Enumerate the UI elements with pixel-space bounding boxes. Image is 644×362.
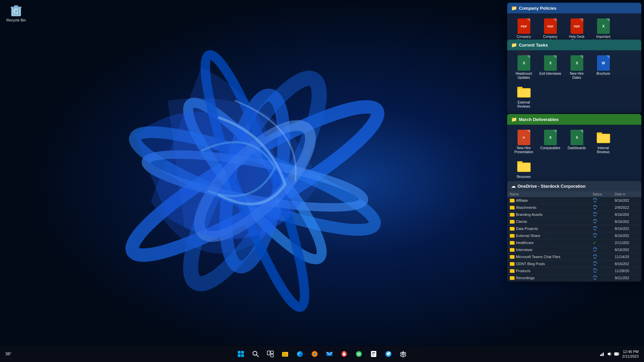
comparables-icon[interactable]: X Comparables bbox=[538, 128, 563, 156]
important-intranet-links-graphic: X bbox=[596, 18, 611, 34]
internal-reviews-icon[interactable]: Internal Reviews bbox=[591, 128, 616, 156]
company-policies-header: 📁 Company Policies bbox=[507, 3, 641, 13]
onedrive-folder-date: 2/11/202 bbox=[612, 239, 641, 246]
svg-rect-81 bbox=[372, 355, 374, 356]
onedrive-header: ☁ OneDrive - Stardock Corporation bbox=[507, 181, 641, 191]
new-hire-presentation-label: New Hire Presentation bbox=[513, 146, 535, 154]
onedrive-folder-name: Products bbox=[507, 267, 590, 275]
external-reviews-icon[interactable]: External Reviews bbox=[511, 82, 536, 110]
onedrive-table-row[interactable]: Microsoft Teams Chat Files11/14/20 bbox=[507, 253, 641, 260]
onedrive-folder-status bbox=[590, 267, 612, 275]
system-tray bbox=[599, 351, 620, 357]
svg-rect-58 bbox=[238, 354, 240, 357]
brochure-label: Brochure bbox=[596, 72, 610, 76]
headcount-updates-label: Headcount Updates bbox=[513, 72, 535, 80]
new-hire-presentation-icon[interactable]: P New Hire Presentation bbox=[511, 128, 536, 156]
svg-rect-80 bbox=[372, 354, 375, 354]
current-tasks-header: 📁 Current Tasks bbox=[507, 40, 641, 50]
onedrive-table-row[interactable]: Attachments2/9/2022 bbox=[507, 204, 641, 211]
edge-browser-button[interactable] bbox=[293, 347, 307, 361]
battery-icon bbox=[614, 351, 620, 357]
svg-text:X: X bbox=[549, 61, 551, 65]
svg-point-60 bbox=[253, 351, 257, 355]
onedrive-folder-status bbox=[590, 253, 612, 260]
onedrive-folder-date: 8/16/202 bbox=[612, 232, 641, 239]
search-button[interactable] bbox=[249, 347, 262, 361]
spotify-button[interactable] bbox=[352, 347, 366, 361]
onedrive-table-row[interactable]: Affiliate8/16/202 bbox=[507, 197, 641, 204]
mail-button[interactable] bbox=[323, 347, 336, 361]
onedrive-folder-date: 11/14/20 bbox=[612, 253, 641, 260]
exit-interviews-icon[interactable]: X Exit Interviews bbox=[538, 54, 563, 81]
company-policies-title: Company Policies bbox=[519, 6, 556, 11]
twitter-button[interactable] bbox=[382, 347, 395, 361]
onedrive-table-row[interactable]: External Share8/16/202 bbox=[507, 232, 641, 239]
onedrive-table-row[interactable]: Recordings9/21/202 bbox=[507, 275, 641, 282]
onedrive-folder-name: Recordings bbox=[507, 275, 590, 282]
svg-rect-75 bbox=[343, 353, 345, 356]
svg-rect-44 bbox=[518, 163, 530, 171]
network-icon bbox=[599, 351, 605, 357]
onedrive-table-row[interactable]: Data Projects8/16/202 bbox=[507, 225, 641, 232]
lastpass-button[interactable] bbox=[337, 347, 351, 361]
folder-icon: 📁 bbox=[511, 5, 517, 11]
onedrive-folder-date: 8/16/202 bbox=[612, 260, 641, 267]
svg-point-47 bbox=[593, 213, 597, 216]
notion-button[interactable] bbox=[367, 347, 380, 361]
onedrive-table-row[interactable]: Healthcare✓2/11/202 bbox=[507, 239, 641, 246]
onedrive-table-row[interactable]: Products11/28/20 bbox=[507, 267, 641, 275]
brochure-icon[interactable]: W Brochure bbox=[591, 54, 616, 81]
onedrive-col-name: Name bbox=[507, 191, 590, 197]
tasks-folder-icon: 📁 bbox=[511, 42, 517, 48]
onedrive-folder-status bbox=[590, 246, 612, 253]
svg-text:X: X bbox=[576, 136, 578, 139]
svg-point-72 bbox=[314, 353, 316, 355]
exit-interviews-label: Exit Interviews bbox=[539, 72, 561, 76]
onedrive-table-row[interactable]: Branding Assets8/16/202 bbox=[507, 211, 641, 218]
task-view-button[interactable] bbox=[264, 347, 277, 361]
onedrive-folder-status bbox=[590, 204, 612, 211]
onedrive-folder-name: Microsoft Teams Chat Files bbox=[507, 253, 590, 260]
onedrive-folder-name: Branding Assets bbox=[507, 211, 590, 218]
onedrive-folder-date: 2/9/2022 bbox=[612, 204, 641, 211]
resumes-icon[interactable]: Resumes bbox=[511, 157, 536, 180]
svg-point-54 bbox=[593, 269, 597, 272]
recycle-bin-icon[interactable]: Recycle Bin bbox=[3, 3, 30, 23]
recycle-bin-label: Recycle Bin bbox=[6, 18, 26, 22]
svg-rect-86 bbox=[603, 353, 604, 356]
svg-text:X: X bbox=[523, 61, 525, 65]
onedrive-folder-status bbox=[590, 275, 612, 282]
start-button[interactable] bbox=[234, 347, 248, 361]
company-calendar-graphic: PDF bbox=[517, 18, 531, 34]
headcount-updates-icon[interactable]: X Headcount Updates bbox=[511, 54, 536, 81]
onedrive-table-row[interactable]: ODNT Blog Posts8/16/202 bbox=[507, 260, 641, 267]
onedrive-folder-date: 9/21/202 bbox=[612, 275, 641, 282]
file-explorer-button[interactable] bbox=[278, 347, 292, 361]
onedrive-folder-name: Clients bbox=[507, 218, 590, 225]
onedrive-folder-name: Healthcare bbox=[507, 239, 590, 246]
svg-point-53 bbox=[593, 262, 597, 265]
onedrive-folder-name: Attachments bbox=[507, 204, 590, 211]
firefox-button[interactable] bbox=[308, 347, 321, 361]
onedrive-folder-status bbox=[590, 218, 612, 225]
svg-rect-32 bbox=[518, 89, 530, 97]
onedrive-folder-name: External Share bbox=[507, 232, 590, 239]
onedrive-table-row[interactable]: Interviews8/16/202 bbox=[507, 246, 641, 253]
march-folder-icon: 📁 bbox=[511, 117, 517, 122]
taskbar-left: 38° bbox=[5, 352, 11, 356]
march-deliverables-header: 📁 March Deliverables bbox=[507, 114, 641, 125]
onedrive-table-row[interactable]: Clients8/16/202 bbox=[507, 218, 641, 225]
onedrive-folder-status bbox=[590, 260, 612, 267]
onedrive-folder-status bbox=[590, 225, 612, 232]
march-deliverables-panel: 📁 March Deliverables P New Hire Presenta… bbox=[507, 114, 641, 184]
current-tasks-grid: X Headcount Updates X Exit Intervie bbox=[507, 50, 641, 113]
onedrive-table-header-row: Name Status Date m bbox=[507, 191, 641, 197]
settings-button[interactable] bbox=[396, 347, 410, 361]
svg-rect-84 bbox=[600, 355, 601, 356]
dashboards-icon[interactable]: X Dashboards bbox=[564, 128, 589, 156]
onedrive-folder-status: ✓ bbox=[590, 239, 612, 246]
system-clock[interactable]: 12:46 PM 2/11/2023 bbox=[622, 349, 639, 359]
svg-rect-63 bbox=[271, 351, 273, 354]
new-hire-dates-icon[interactable]: X New Hire Dates bbox=[564, 54, 589, 81]
svg-text:X: X bbox=[549, 136, 551, 139]
